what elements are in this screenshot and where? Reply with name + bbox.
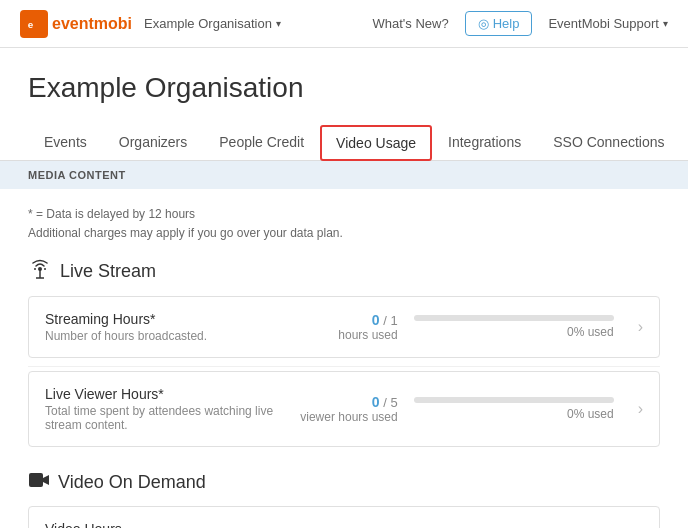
- usage-card-video-hours: Video Hours Total duration of video cont…: [28, 506, 660, 528]
- usage-current-streaming-hours: 0 / 1: [318, 312, 398, 328]
- usage-numbers-streaming-hours: 0 / 1 hours used: [318, 312, 398, 342]
- usage-current-live-viewer-hours: 0 / 5: [300, 394, 397, 410]
- svg-rect-7: [29, 473, 43, 487]
- support-chevron-icon: ▾: [663, 18, 668, 29]
- tab-integrations[interactable]: Integrations: [432, 124, 537, 160]
- live-stream-icon: [28, 259, 52, 284]
- usage-bar-streaming-hours: 0% used: [414, 315, 614, 339]
- tab-bar: EventsOrganizersPeople CreditVideo Usage…: [0, 124, 688, 161]
- tab-email-domains[interactable]: Email Domains: [681, 124, 689, 160]
- help-button[interactable]: ◎ Help: [465, 11, 533, 36]
- usage-desc-live-viewer-hours: Total time spent by attendees watching l…: [45, 404, 280, 432]
- page-title: Example Organisation: [28, 72, 660, 104]
- tab-events[interactable]: Events: [28, 124, 103, 160]
- tab-people-credit[interactable]: People Credit: [203, 124, 320, 160]
- usage-percent-streaming-hours: 0% used: [414, 325, 614, 339]
- video-on-demand-title: Video On Demand: [28, 471, 660, 494]
- usage-title-live-viewer-hours: Live Viewer Hours*: [45, 386, 280, 402]
- nav-right: What's New? ◎ Help EventMobi Support ▾: [373, 11, 669, 36]
- org-name[interactable]: Example Organisation ▾: [144, 16, 281, 31]
- page-header: Example Organisation: [0, 48, 688, 104]
- data-note: * = Data is delayed by 12 hours Addition…: [28, 205, 660, 243]
- top-nav: e eventmobi Example Organisation ▾ What'…: [0, 0, 688, 48]
- usage-bar-track-live-viewer-hours: [414, 397, 614, 403]
- svg-point-5: [34, 268, 36, 270]
- svg-point-6: [44, 268, 46, 270]
- content-area: * = Data is delayed by 12 hours Addition…: [0, 189, 688, 528]
- tab-video-usage[interactable]: Video Usage: [320, 125, 432, 161]
- usage-info-live-viewer-hours: Live Viewer Hours* Total time spent by a…: [45, 386, 280, 432]
- logo-text: eventmobi: [52, 15, 132, 33]
- live-stream-items: Streaming Hours* Number of hours broadca…: [28, 296, 660, 447]
- svg-text:e: e: [28, 18, 34, 29]
- usage-info-streaming-hours: Streaming Hours* Number of hours broadca…: [45, 311, 298, 343]
- section-header: MEDIA CONTENT: [0, 161, 688, 189]
- tab-organizers[interactable]: Organizers: [103, 124, 203, 160]
- usage-bar-track-streaming-hours: [414, 315, 614, 321]
- live-stream-title: Live Stream: [28, 259, 660, 284]
- whats-new-link[interactable]: What's New?: [373, 16, 449, 31]
- logo-icon: e: [20, 10, 48, 38]
- svg-marker-8: [43, 475, 49, 485]
- usage-title-video-hours: Video Hours: [45, 521, 298, 528]
- video-icon: [28, 471, 50, 494]
- usage-stats-live-viewer-hours: 0 / 5 viewer hours used 0% used ›: [300, 394, 643, 424]
- usage-numbers-live-viewer-hours: 0 / 5 viewer hours used: [300, 394, 397, 424]
- usage-arrow-streaming-hours[interactable]: ›: [638, 318, 643, 336]
- video-on-demand-section: Video On Demand Video Hours Total durati…: [28, 471, 660, 528]
- usage-info-video-hours: Video Hours Total duration of video cont…: [45, 521, 298, 528]
- usage-card-live-viewer-hours: Live Viewer Hours* Total time spent by a…: [28, 371, 660, 447]
- usage-desc-streaming-hours: Number of hours broadcasted.: [45, 329, 298, 343]
- live-stream-section: Live Stream Streaming Hours* Number of h…: [28, 259, 660, 447]
- usage-unit-live-viewer-hours: viewer hours used: [300, 410, 397, 424]
- help-circle-icon: ◎: [478, 16, 489, 31]
- usage-stats-streaming-hours: 0 / 1 hours used 0% used ›: [318, 312, 643, 342]
- tab-sso-connections[interactable]: SSO Connections: [537, 124, 680, 160]
- usage-title-streaming-hours: Streaming Hours*: [45, 311, 298, 327]
- usage-unit-streaming-hours: hours used: [318, 328, 398, 342]
- nav-left: e eventmobi Example Organisation ▾: [20, 10, 281, 38]
- support-link[interactable]: EventMobi Support ▾: [548, 16, 668, 31]
- usage-percent-live-viewer-hours: 0% used: [414, 407, 614, 421]
- usage-bar-live-viewer-hours: 0% used: [414, 397, 614, 421]
- usage-arrow-live-viewer-hours[interactable]: ›: [638, 400, 643, 418]
- vod-items: Video Hours Total duration of video cont…: [28, 506, 660, 528]
- logo[interactable]: e eventmobi: [20, 10, 132, 38]
- org-chevron-icon: ▾: [276, 18, 281, 29]
- usage-card-streaming-hours: Streaming Hours* Number of hours broadca…: [28, 296, 660, 358]
